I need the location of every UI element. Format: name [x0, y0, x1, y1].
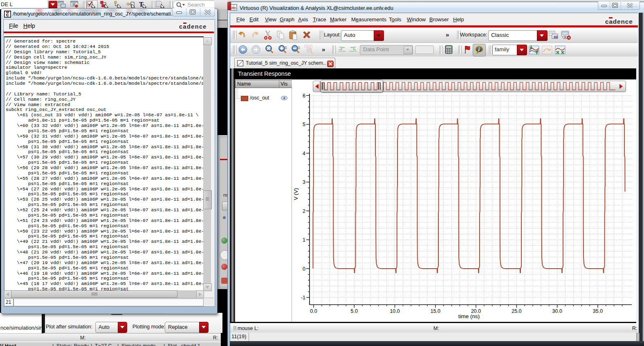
svg-text:30.0: 30.0	[552, 308, 562, 314]
svg-text:V (V): V (V)	[293, 188, 299, 200]
svg-text:0.0: 0.0	[310, 308, 317, 314]
svg-text:2: 2	[303, 208, 305, 214]
svg-text:time (ns): time (ns)	[458, 313, 480, 319]
svg-text:4: 4	[303, 151, 305, 156]
svg-text:6: 6	[303, 93, 305, 99]
svg-text:c: c	[6, 12, 9, 18]
svg-text:25.0: 25.0	[512, 308, 521, 314]
svg-text:i: i	[478, 46, 480, 52]
svg-text:2: 2	[285, 45, 287, 50]
svg-text:15.0: 15.0	[431, 308, 440, 314]
svg-text:3: 3	[303, 179, 305, 185]
svg-text:5: 5	[303, 122, 305, 127]
svg-text:5.0: 5.0	[351, 308, 358, 314]
svg-text:-1: -1	[301, 295, 305, 301]
svg-text:0: 0	[303, 266, 305, 272]
svg-text:2: 2	[298, 45, 300, 50]
svg-text:35.0: 35.0	[593, 308, 603, 314]
svg-text:1: 1	[303, 237, 305, 243]
svg-text:10.0: 10.0	[390, 308, 399, 314]
